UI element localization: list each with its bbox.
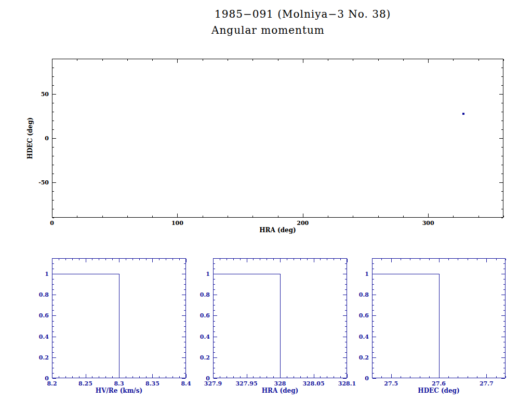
figure-page: 1985−091 (Molniya−3 No. 38) Angular mome… bbox=[0, 0, 532, 399]
histogram-step-line bbox=[213, 274, 281, 379]
y-tick-label: 0.2 bbox=[19, 354, 49, 362]
x-tick-label: 200 bbox=[280, 219, 326, 227]
histogram-step-line bbox=[372, 274, 440, 379]
y-tick-label: 1 bbox=[339, 270, 369, 278]
y-tick-label: 50 bbox=[19, 90, 49, 98]
y-tick-label: 1 bbox=[19, 270, 49, 278]
y-tick-label: 0 bbox=[19, 375, 49, 382]
x-tick-label: 0 bbox=[29, 219, 75, 227]
x-axis-label: HV/Re (km/s) bbox=[52, 387, 186, 394]
plot-frame bbox=[372, 258, 506, 378]
histogram-hdec: 27.527.627.700.20.40.60.81HDEC (deg) bbox=[372, 258, 506, 378]
y-tick-label: 0 bbox=[339, 375, 369, 382]
y-tick-label: 0.4 bbox=[19, 333, 49, 341]
y-tick-label: 0.6 bbox=[19, 312, 49, 320]
plot-frame bbox=[213, 258, 347, 378]
x-axis-label: HRA (deg) bbox=[213, 387, 347, 394]
y-tick-label: 0 bbox=[19, 135, 49, 142]
y-tick-label: 0 bbox=[180, 375, 210, 382]
y-tick-label: 1 bbox=[180, 270, 210, 278]
plot-frame bbox=[52, 59, 503, 218]
data-point bbox=[462, 113, 464, 115]
y-tick-label: 0.8 bbox=[339, 291, 369, 299]
x-axis-label: HDEC (deg) bbox=[372, 387, 506, 394]
figure-title-line2: Angular momentum bbox=[211, 24, 325, 36]
histogram-hvre: 8.28.258.38.358.400.20.40.60.81HV/Re (km… bbox=[52, 258, 186, 378]
x-tick-label: 27.7 bbox=[463, 380, 510, 388]
figure-title-line1: 1985−091 (Molniya−3 No. 38) bbox=[215, 8, 391, 20]
main-scatter-plot: 0100200300-50050HRA (deg)HDEC (deg) bbox=[52, 59, 503, 218]
plot-frame bbox=[52, 258, 186, 378]
histogram-hra: 327.9327.95328328.05328.100.20.40.60.81H… bbox=[213, 258, 347, 378]
y-tick-label: 0.2 bbox=[180, 354, 210, 362]
x-tick-label: 27.6 bbox=[416, 380, 462, 388]
x-tick-label: 100 bbox=[154, 219, 201, 227]
x-tick-label: 300 bbox=[405, 219, 451, 227]
y-tick-label: 0.6 bbox=[180, 312, 210, 320]
y-tick-label: 0.4 bbox=[180, 333, 210, 341]
x-tick-label: 27.5 bbox=[368, 380, 415, 388]
y-tick-label: 0.6 bbox=[339, 312, 369, 320]
plot-border bbox=[52, 59, 503, 218]
x-axis-label: HRA (deg) bbox=[52, 227, 503, 234]
y-tick-label: -50 bbox=[19, 179, 49, 187]
y-tick-label: 0.8 bbox=[19, 291, 49, 299]
plot-border bbox=[373, 259, 506, 378]
y-tick-label: 0.8 bbox=[180, 291, 210, 299]
y-tick-label: 0.4 bbox=[339, 333, 369, 341]
y-tick-label: 0.2 bbox=[339, 354, 369, 362]
y-axis-label: HDEC (deg) bbox=[26, 117, 34, 159]
histogram-step-line bbox=[52, 274, 119, 379]
